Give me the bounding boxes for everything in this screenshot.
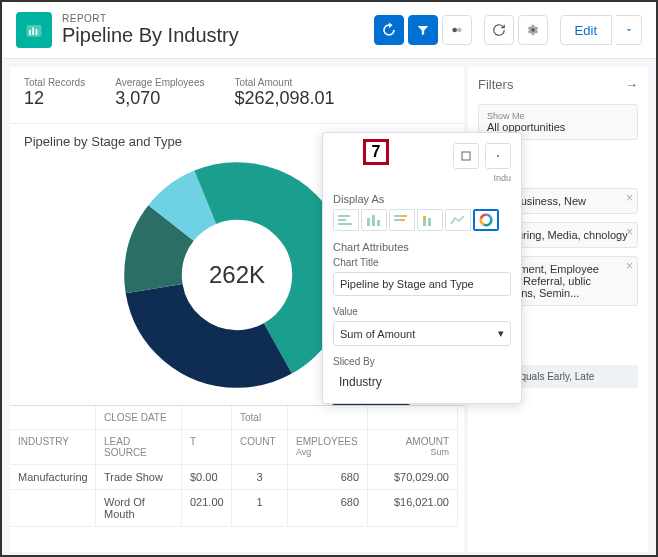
- summary-total-amount-value: $262,098.01: [234, 88, 334, 109]
- chart-type-selector: [333, 209, 511, 231]
- toolbar: Edit: [374, 15, 642, 45]
- col-industry[interactable]: INDUSTRY: [10, 430, 96, 465]
- toggle-chart-button[interactable]: [442, 15, 472, 45]
- summary-avg-employees-label: Average Employees: [115, 77, 204, 88]
- chart-type-stacked-v[interactable]: [417, 209, 443, 231]
- svg-rect-19: [367, 218, 370, 226]
- chart-type-donut[interactable]: [473, 209, 499, 231]
- svg-rect-2: [32, 28, 34, 36]
- svg-rect-27: [423, 216, 426, 220]
- col-close-date[interactable]: CLOSE DATE: [96, 406, 182, 430]
- svg-rect-20: [372, 215, 375, 226]
- chart-title-label: Chart Title: [333, 257, 511, 268]
- svg-point-15: [497, 155, 499, 157]
- value-label: Value: [333, 306, 511, 317]
- col-count[interactable]: COUNT: [232, 430, 288, 465]
- value-select[interactable]: Sum of Amount ▾: [333, 321, 511, 346]
- col-employees[interactable]: EMPLOYEES Avg: [288, 430, 368, 465]
- chart-type-bar-v[interactable]: [361, 209, 387, 231]
- svg-rect-25: [399, 219, 405, 221]
- svg-point-5: [457, 28, 462, 33]
- filters-title: Filters: [478, 77, 513, 92]
- summary-bar: Total Records 12 Average Employees 3,070…: [10, 67, 464, 124]
- chart-expand-button[interactable]: [453, 143, 479, 169]
- step-marker: 7: [363, 139, 389, 165]
- chart-type-stacked-h[interactable]: [389, 209, 415, 231]
- page-title: Pipeline By Industry: [62, 24, 239, 47]
- edit-button[interactable]: Edit: [560, 15, 612, 45]
- close-icon[interactable]: ×: [626, 225, 633, 239]
- sliced-by-value: Industry: [333, 371, 511, 393]
- filter-button[interactable]: [408, 15, 438, 45]
- summary-avg-employees-value: 3,070: [115, 88, 204, 109]
- col-t[interactable]: T: [182, 430, 232, 465]
- svg-rect-21: [377, 220, 380, 226]
- popover-subtitle: Indu: [333, 173, 511, 183]
- col-lead-source[interactable]: LEAD SOURCE: [96, 430, 182, 465]
- summary-total-records-value: 12: [24, 88, 85, 109]
- chart-properties-popover: 7 Indu Display As Chart Attributes Chart…: [322, 132, 522, 404]
- report-app-icon: [16, 12, 52, 48]
- reload-button[interactable]: [484, 15, 514, 45]
- donut-chart[interactable]: 262K: [117, 155, 357, 395]
- chevron-down-icon: ▾: [498, 327, 504, 340]
- svg-rect-3: [36, 29, 38, 35]
- svg-rect-14: [462, 152, 470, 160]
- table-row[interactable]: Manufacturing Trade Show $0.00 3 680 $70…: [10, 465, 464, 490]
- svg-rect-22: [394, 215, 402, 217]
- display-as-label: Display As: [333, 193, 511, 205]
- svg-rect-16: [338, 215, 350, 217]
- donut-center-value: 262K: [117, 155, 357, 395]
- page-kicker: REPORT: [62, 13, 239, 24]
- svg-rect-1: [29, 30, 31, 35]
- table-row[interactable]: Word Of Mouth 021.00 1 680 $16,021.00: [10, 490, 464, 527]
- svg-point-4: [452, 28, 457, 33]
- svg-rect-18: [338, 223, 352, 225]
- refresh-chart-button[interactable]: [374, 15, 404, 45]
- report-table: CLOSE DATE Total INDUSTRY LEAD SOURCE T …: [10, 405, 464, 527]
- chart-type-bar-h[interactable]: [333, 209, 359, 231]
- col-total[interactable]: Total: [232, 406, 288, 430]
- summary-total-records-label: Total Records: [24, 77, 85, 88]
- svg-rect-17: [338, 219, 346, 221]
- col-amount[interactable]: AMOUNT Sum: [368, 430, 458, 465]
- svg-rect-23: [402, 215, 407, 217]
- filters-collapse-icon[interactable]: →: [625, 77, 638, 92]
- edit-menu-chevron[interactable]: [616, 15, 642, 45]
- chart-title-input[interactable]: [333, 272, 511, 296]
- chart-attributes-label: Chart Attributes: [333, 241, 511, 253]
- svg-rect-24: [394, 219, 399, 221]
- settings-button[interactable]: [518, 15, 548, 45]
- report-header: REPORT Pipeline By Industry Edit: [2, 2, 656, 59]
- close-icon[interactable]: ×: [626, 259, 633, 273]
- close-icon[interactable]: ×: [626, 191, 633, 205]
- sliced-by-label: Sliced By: [333, 356, 511, 367]
- chart-settings-button[interactable]: [485, 143, 511, 169]
- chart-type-line[interactable]: [445, 209, 471, 231]
- svg-rect-28: [428, 218, 431, 226]
- summary-total-amount-label: Total Amount: [234, 77, 334, 88]
